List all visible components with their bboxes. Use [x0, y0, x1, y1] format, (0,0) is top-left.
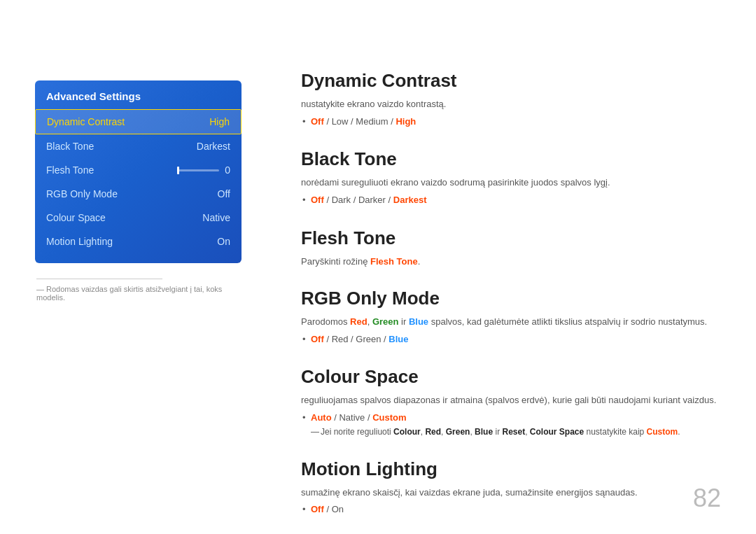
option-low: Low	[332, 116, 349, 127]
menu-item-label: Colour Space	[46, 212, 106, 223]
keyword-reset: Reset	[502, 427, 525, 437]
sep: /	[324, 195, 332, 205]
menu-box: Advanced Settings Dynamic Contrast High …	[35, 80, 241, 263]
section-desc-black-tone: norėdami sureguliuoti ekrano vaizdo sodr…	[301, 176, 728, 190]
flesh-tone-highlight: Flesh Tone	[370, 256, 418, 267]
keyword-red: Red	[425, 427, 441, 437]
sep: /	[348, 334, 356, 344]
flesh-tone-slider[interactable]	[177, 169, 219, 171]
option-darker: Darker	[358, 195, 386, 205]
bullet-dynamic-contrast: Off / Low / Medium / High	[301, 115, 728, 129]
sep: /	[324, 334, 332, 344]
menu-item-colour-space[interactable]: Colour Space Native	[35, 206, 241, 230]
menu-item-value: High	[209, 116, 230, 127]
right-content: Dynamic Contrast nustatykite ekrano vaiz…	[301, 70, 728, 534]
page-number: 82	[693, 484, 721, 513]
menu-item-dynamic-contrast[interactable]: Dynamic Contrast High	[35, 109, 241, 134]
option-green: Green	[356, 334, 381, 344]
option-red: Red	[332, 334, 349, 344]
footnote-text: ― Rodomas vaizdas gali skirtis atsižvelg…	[36, 285, 241, 302]
option-off: Off	[311, 195, 324, 205]
bullet-colour-space: Auto / Native / Custom	[301, 411, 728, 426]
menu-item-label: RGB Only Mode	[46, 188, 118, 199]
option-high: High	[396, 116, 416, 127]
section-colour-space: Colour Space reguliuojamas spalvos diapa…	[301, 366, 728, 438]
section-flesh-tone: Flesh Tone Paryškinti rožinę Flesh Tone.	[301, 227, 728, 269]
option-on: On	[332, 504, 344, 514]
section-black-tone: Black Tone norėdami sureguliuoti ekrano …	[301, 148, 728, 207]
color-green: Green	[372, 316, 399, 327]
section-title-black-tone: Black Tone	[301, 148, 728, 170]
menu-item-label: Black Tone	[46, 141, 94, 152]
keyword-colour: Colour	[393, 427, 421, 437]
sep: /	[388, 116, 396, 127]
section-desc-dynamic-contrast: nustatykite ekrano vaizdo kontrastą.	[301, 97, 728, 111]
menu-item-value: Native	[202, 212, 230, 223]
sep: /	[332, 412, 340, 423]
sep: /	[365, 412, 372, 423]
menu-item-label: Dynamic Contrast	[47, 116, 125, 127]
menu-item-value: Darkest	[197, 141, 230, 152]
menu-item-flesh-tone[interactable]: Flesh Tone 0	[35, 158, 241, 182]
menu-title: Advanced Settings	[35, 90, 241, 109]
keyword-custom: Custom	[647, 427, 678, 437]
menu-item-black-tone[interactable]: Black Tone Darkest	[35, 134, 241, 158]
section-desc-rgb-only-mode: Parodomos Red, Green ir Blue spalvos, ka…	[301, 315, 728, 329]
bullet-rgb-only-mode: Off / Red / Green / Blue	[301, 332, 728, 347]
option-custom: Custom	[372, 412, 406, 423]
sep: /	[381, 334, 388, 344]
menu-item-value: Off	[218, 188, 230, 199]
section-rgb-only-mode: RGB Only Mode Parodomos Red, Green ir Bl…	[301, 288, 728, 346]
option-native: Native	[339, 412, 365, 423]
menu-item-label: Motion Lighting	[46, 236, 113, 247]
sep: /	[324, 116, 332, 127]
menu-item-rgb-only-mode[interactable]: RGB Only Mode Off	[35, 182, 241, 206]
section-title-motion-lighting: Motion Lighting	[301, 458, 728, 480]
sep: /	[348, 116, 356, 127]
footnote-divider	[36, 279, 162, 279]
color-red: Red	[350, 316, 368, 327]
keyword-green: Green	[446, 427, 470, 437]
menu-item-value: On	[217, 236, 230, 247]
sep: /	[351, 195, 358, 205]
section-title-dynamic-contrast: Dynamic Contrast	[301, 70, 728, 92]
option-blue: Blue	[388, 334, 408, 344]
bullet-motion-lighting: Off / On	[301, 503, 728, 517]
section-title-flesh-tone: Flesh Tone	[301, 227, 728, 249]
color-blue: Blue	[409, 316, 428, 327]
option-medium: Medium	[356, 116, 388, 127]
section-dynamic-contrast: Dynamic Contrast nustatykite ekrano vaiz…	[301, 70, 728, 129]
left-panel: Advanced Settings Dynamic Contrast High …	[35, 80, 241, 302]
footnote: ― Rodomas vaizdas gali skirtis atsižvelg…	[35, 279, 241, 302]
option-darkest: Darkest	[393, 195, 427, 205]
sub-bullet-colour-space: Jei norite reguliuoti Colour, Red, Green…	[301, 426, 728, 439]
option-off: Off	[311, 504, 324, 514]
section-desc-flesh-tone: Paryškinti rožinę Flesh Tone.	[301, 255, 728, 269]
option-dark: Dark	[332, 195, 351, 205]
option-off: Off	[311, 116, 324, 127]
option-auto: Auto	[311, 412, 332, 423]
sep: /	[324, 504, 332, 514]
section-title-colour-space: Colour Space	[301, 366, 728, 388]
menu-item-motion-lighting[interactable]: Motion Lighting On	[35, 230, 241, 253]
bullet-black-tone: Off / Dark / Darker / Darkest	[301, 193, 728, 208]
section-title-rgb-only-mode: RGB Only Mode	[301, 288, 728, 309]
section-desc-colour-space: reguliuojamas spalvos diapazonas ir atma…	[301, 393, 728, 407]
section-desc-motion-lighting: sumažinę ekrano skaisčį, kai vaizdas ekr…	[301, 486, 728, 500]
flesh-tone-value: 0	[225, 164, 230, 176]
option-off: Off	[311, 334, 324, 344]
section-motion-lighting: Motion Lighting sumažinę ekrano skaisčį,…	[301, 458, 728, 517]
flesh-tone-slider-area: 0	[177, 164, 230, 176]
menu-item-label: Flesh Tone	[46, 164, 94, 176]
sep: /	[386, 195, 393, 205]
keyword-colour-space: Colour Space	[530, 427, 584, 437]
keyword-blue: Blue	[475, 427, 493, 437]
